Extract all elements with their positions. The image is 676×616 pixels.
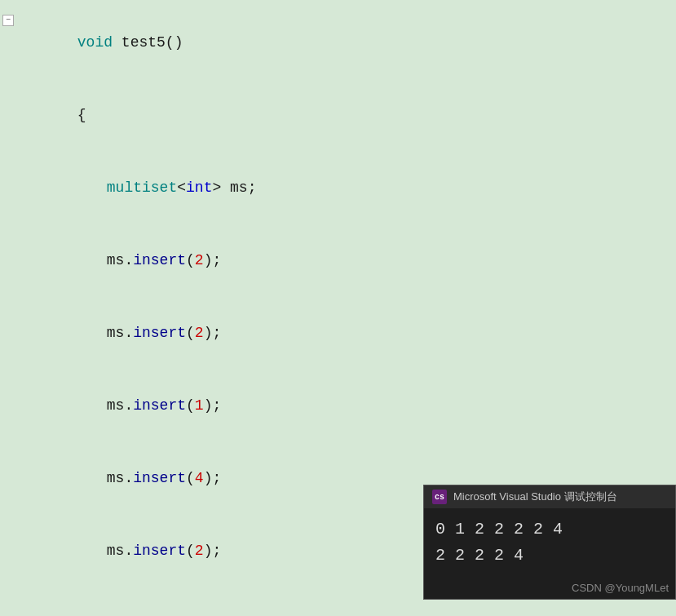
console-line-1: 0 1 2 2 2 2 4 <box>435 516 664 543</box>
code-line-1: − void test5() <box>0 7 676 79</box>
kw-int: int <box>186 179 212 196</box>
ms-obj-2: ms. <box>107 325 133 341</box>
ms-obj-1: ms. <box>107 252 133 268</box>
paren-1: ( <box>186 252 195 268</box>
semi-3: ); <box>204 397 222 414</box>
num-4: 4 <box>195 470 204 486</box>
line-content-2: { <box>18 79 676 152</box>
paren-5: ( <box>186 543 195 559</box>
paren-3: ( <box>186 397 195 414</box>
line-content-4: ms.insert(2); <box>47 224 676 297</box>
method-insert-1: insert <box>133 252 186 268</box>
semi-1: ); <box>204 252 222 268</box>
console-titlebar: cs Microsoft Visual Studio 调试控制台 <box>424 485 675 508</box>
console-title: Microsoft Visual Studio 调试控制台 <box>453 490 617 504</box>
console-window[interactable]: cs Microsoft Visual Studio 调试控制台 0 1 2 2… <box>423 485 676 600</box>
console-icon: cs <box>432 490 447 504</box>
line-content-6: ms.insert(1); <box>47 370 676 442</box>
ms-obj-3: ms. <box>107 397 133 414</box>
num-2-2: 2 <box>195 325 204 341</box>
code-line-5: ms.insert(2); <box>0 297 676 370</box>
collapse-gutter-1[interactable]: − <box>0 15 18 26</box>
line-content-1: void test5() <box>18 7 676 79</box>
console-icon-label: cs <box>435 493 444 502</box>
brace-open: { <box>77 107 86 123</box>
code-line-6: ms.insert(1); <box>0 370 676 442</box>
semi-4: ); <box>204 470 222 486</box>
paren-2: ( <box>186 325 195 341</box>
num-2-1: 2 <box>195 252 204 268</box>
method-insert-4: insert <box>133 470 186 486</box>
method-insert-2: insert <box>133 325 186 341</box>
angle-close: > ms; <box>212 179 256 196</box>
console-line-2: 2 2 2 2 4 <box>435 543 664 569</box>
console-output: 0 1 2 2 2 2 4 2 2 2 2 4 <box>424 508 675 580</box>
method-insert-5: insert <box>133 543 186 559</box>
semi-5: ); <box>204 543 222 559</box>
code-line-2: { <box>0 79 676 152</box>
line-content-5: ms.insert(2); <box>47 297 676 370</box>
console-watermark: CSDN @YoungMLet <box>424 580 675 599</box>
num-1: 1 <box>195 397 204 414</box>
method-insert-3: insert <box>133 397 186 414</box>
code-editor: − void test5() { multiset<int> ms; ms.in… <box>0 0 676 616</box>
collapse-marker-1[interactable]: − <box>2 15 14 26</box>
ms-obj-5: ms. <box>107 543 133 559</box>
line-content-3: multiset<int> ms; <box>47 152 676 224</box>
code-line-4: ms.insert(2); <box>0 224 676 297</box>
keyword-void: void <box>77 34 113 51</box>
paren-4: ( <box>186 470 195 486</box>
num-2-3: 2 <box>195 543 204 559</box>
angle-open: < <box>177 179 186 196</box>
ms-obj-4: ms. <box>107 470 133 486</box>
kw-multiset: multiset <box>107 179 177 196</box>
func-name: test5() <box>113 34 183 51</box>
code-line-3: multiset<int> ms; <box>0 152 676 224</box>
semi-2: ); <box>204 325 222 341</box>
